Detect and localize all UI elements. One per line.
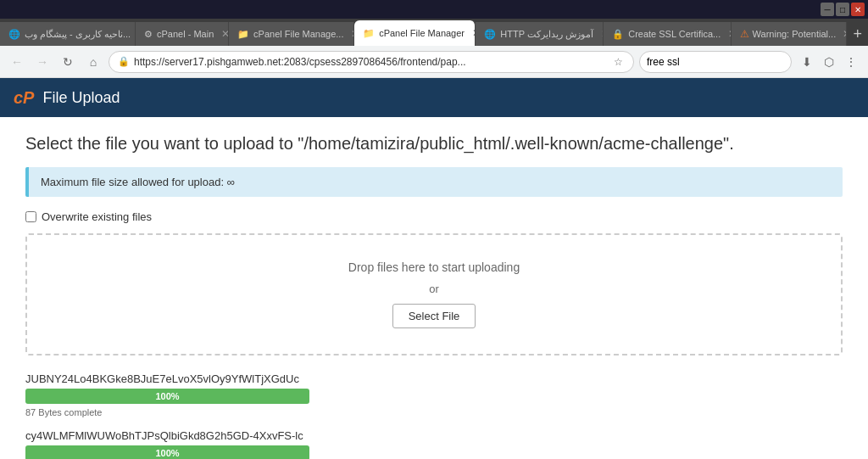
bookmark-button[interactable]: ☆ [612,54,625,70]
back-button[interactable]: ← [7,52,27,72]
progress-bar-container-1: 100% [25,389,309,404]
search-input[interactable] [647,56,784,68]
url-bar-actions: ☆ [612,54,625,70]
cpanel-logo: cP [14,88,34,108]
minimize-button[interactable]: ─ [821,3,834,16]
cpanel-header: cP File Upload [0,78,868,117]
tab-favicon: 📁 [237,29,249,40]
upload-filename-1: JUBNY24Lo4BKGke8BJuE7eLvoX5vlOy9YfWlTjXG… [25,372,843,385]
tab-label: cPanel - Main [157,29,214,39]
tab-favicon: 🌐 [484,29,496,40]
page-content: Select the file you want to upload to "/… [0,117,868,459]
warning-favicon: ⚠ [740,28,749,40]
tab-cpanel-file-manager-2[interactable]: 📁 cPanel File Manager ✕ [354,20,476,46]
close-button[interactable]: ✕ [851,3,865,16]
tab-close-icon[interactable]: ✕ [221,28,229,40]
upload-filename-2: cy4WLMFMlWUWoBhTJPsQlbiGkd8G2h5GD-4XxvFS… [25,429,843,442]
upload-heading: Select the file you want to upload to "/… [25,134,843,154]
progress-label-1: 100% [155,391,179,401]
tab-favicon: 📁 [363,28,375,39]
tab-http-redirect[interactable]: 🌐 HTTP آموزش ریدایرکت ✕ [476,22,604,46]
refresh-button[interactable]: ↻ [58,52,78,72]
tab-favicon: 🌐 [8,29,20,40]
upload-item-1: JUBNY24Lo4BKGke8BJuE7eLvoX5vlOy9YfWlTjXG… [25,372,843,417]
forward-button[interactable]: → [32,52,53,72]
tab-label: Create SSL Certifica... [628,29,721,39]
maximize-button[interactable]: □ [836,3,849,16]
browser-frame: ─ □ ✕ 🌐 ناحیه کاربری - پیشگام وب... ✕ ⚙ … [0,0,868,459]
extensions-button[interactable]: ⬡ [819,52,839,72]
tab-pishgam[interactable]: 🌐 ناحیه کاربری - پیشگام وب... ✕ [0,22,136,46]
or-text: or [53,283,815,295]
drop-text: Drop files here to start uploading [53,260,815,274]
overwrite-label[interactable]: Overwrite existing files [42,210,152,223]
overwrite-checkbox[interactable] [25,211,36,222]
url-bar[interactable]: 🔒 https://server17.pishgamweb.net:2083/c… [108,51,634,73]
address-bar: ← → ↻ ⌂ 🔒 https://server17.pishgamweb.ne… [0,46,868,78]
overwrite-row: Overwrite existing files [25,210,843,223]
title-bar: ─ □ ✕ [0,0,868,19]
tab-ssl-cert[interactable]: 🔒 Create SSL Certifica... ✕ [604,22,731,46]
menu-button[interactable]: ⋮ [841,52,861,72]
tab-cpanel-file-manager-1[interactable]: 📁 cPanel File Manage... ✕ [229,22,354,46]
progress-bar-container-2: 100% [25,445,309,459]
url-text: https://server17.pishgamweb.net:2083/cps… [134,56,608,68]
tab-favicon: ⚙ [144,29,153,40]
select-file-button[interactable]: Select File [392,304,476,328]
cpanel-page-title: File Upload [42,89,120,107]
search-bar[interactable] [639,51,792,73]
download-button[interactable]: ⬇ [797,52,817,72]
upload-item-2: cy4WLMFMlWUWoBhTJPsQlbiGkd8G2h5GD-4XxvFS… [25,429,843,459]
browser-actions: ⬇ ⬡ ⋮ [797,52,861,72]
tab-label: HTTP آموزش ریدایرکت [500,29,593,40]
new-tab-button[interactable]: + [847,22,868,46]
tab-favicon: 🔒 [612,29,624,40]
ssl-lock-icon: 🔒 [118,56,130,67]
progress-label-2: 100% [155,448,179,458]
progress-bar-1: 100% [25,389,309,404]
tab-warning[interactable]: ⚠ Warning: Potential... ✕ [732,22,848,46]
cpanel-logo-c: cP [14,88,34,107]
tab-label: cPanel File Manager [379,28,465,38]
drop-zone[interactable]: Drop files here to start uploading or Se… [25,233,843,355]
tab-label: ناحیه کاربری - پیشگام وب... [25,29,131,40]
progress-bar-2: 100% [25,445,309,459]
home-button[interactable]: ⌂ [83,52,103,72]
tab-bar: 🌐 ناحیه کاربری - پیشگام وب... ✕ ⚙ cPanel… [0,19,868,46]
tab-label: cPanel File Manage... [253,29,343,39]
tab-cpanel-main[interactable]: ⚙ cPanel - Main ✕ [136,22,229,46]
tab-label: Warning: Potential... [753,29,837,39]
max-size-info: Maximum file size allowed for upload: ∞ [25,167,843,197]
upload-status-1: 87 Bytes complete [25,407,843,417]
